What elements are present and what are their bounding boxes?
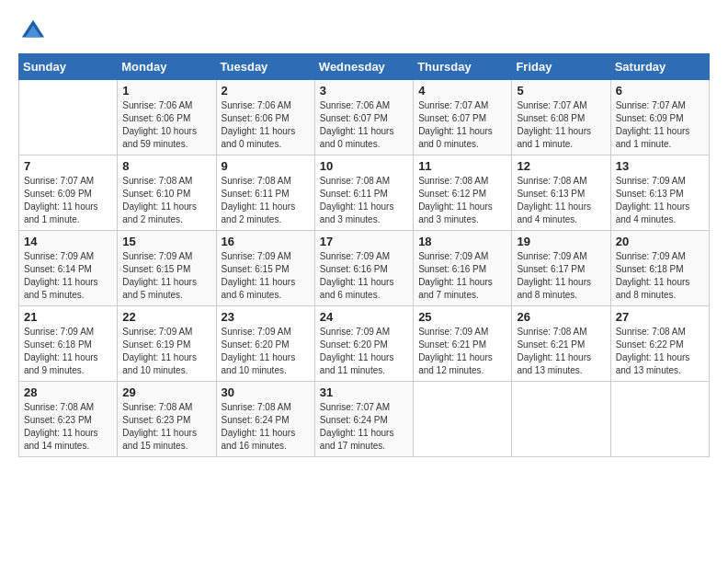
day-number: 20: [616, 235, 704, 248]
cell-text: Sunrise: 7:08 AMSunset: 6:22 PMDaylight:…: [616, 326, 704, 377]
calendar-cell: 17Sunrise: 7:09 AMSunset: 6:16 PMDayligh…: [314, 231, 413, 306]
cell-text: Sunrise: 7:09 AMSunset: 6:16 PMDaylight:…: [418, 250, 506, 302]
calendar-cell: 12Sunrise: 7:08 AMSunset: 6:13 PMDayligh…: [512, 155, 610, 231]
day-number: 17: [320, 235, 408, 248]
day-number: 29: [122, 385, 210, 399]
calendar-table: SundayMondayTuesdayWednesdayThursdayFrid…: [18, 53, 710, 457]
col-header-wednesday: Wednesday: [314, 54, 413, 80]
calendar-cell: 27Sunrise: 7:08 AMSunset: 6:22 PMDayligh…: [610, 306, 709, 382]
calendar-cell: 15Sunrise: 7:09 AMSunset: 6:15 PMDayligh…: [118, 231, 216, 306]
calendar-cell: [414, 382, 512, 457]
day-number: 5: [517, 84, 605, 98]
calendar-cell: [19, 80, 118, 155]
logo-icon: [20, 18, 46, 44]
day-number: 25: [418, 310, 506, 324]
day-number: 12: [517, 159, 605, 173]
calendar-cell: 2Sunrise: 7:06 AMSunset: 6:06 PMDaylight…: [216, 80, 314, 155]
calendar-cell: 23Sunrise: 7:09 AMSunset: 6:20 PMDayligh…: [216, 306, 314, 382]
cell-text: Sunrise: 7:09 AMSunset: 6:15 PMDaylight:…: [122, 250, 210, 302]
calendar-cell: 14Sunrise: 7:09 AMSunset: 6:14 PMDayligh…: [19, 231, 118, 306]
cell-text: Sunrise: 7:08 AMSunset: 6:21 PMDaylight:…: [517, 326, 605, 377]
day-number: 13: [616, 159, 704, 173]
cell-text: Sunrise: 7:08 AMSunset: 6:11 PMDaylight:…: [320, 175, 408, 226]
day-number: 21: [24, 310, 112, 324]
cell-text: Sunrise: 7:09 AMSunset: 6:20 PMDaylight:…: [222, 326, 310, 377]
cell-text: Sunrise: 7:07 AMSunset: 6:09 PMDaylight:…: [616, 99, 704, 151]
calendar-cell: 26Sunrise: 7:08 AMSunset: 6:21 PMDayligh…: [512, 306, 610, 382]
day-number: 24: [320, 310, 408, 324]
col-header-saturday: Saturday: [610, 54, 709, 80]
day-number: 28: [24, 385, 112, 399]
cell-text: Sunrise: 7:09 AMSunset: 6:19 PMDaylight:…: [122, 326, 210, 377]
calendar-cell: 28Sunrise: 7:08 AMSunset: 6:23 PMDayligh…: [19, 382, 118, 457]
cell-text: Sunrise: 7:08 AMSunset: 6:10 PMDaylight:…: [122, 175, 210, 226]
day-number: 10: [320, 159, 408, 173]
day-number: 23: [222, 310, 310, 324]
calendar-cell: 18Sunrise: 7:09 AMSunset: 6:16 PMDayligh…: [414, 231, 512, 306]
day-number: 11: [418, 159, 506, 173]
calendar-week-row: 14Sunrise: 7:09 AMSunset: 6:14 PMDayligh…: [19, 231, 710, 306]
cell-text: Sunrise: 7:09 AMSunset: 6:15 PMDaylight:…: [222, 250, 310, 302]
calendar-cell: 13Sunrise: 7:09 AMSunset: 6:13 PMDayligh…: [610, 155, 709, 231]
calendar-cell: 7Sunrise: 7:07 AMSunset: 6:09 PMDaylight…: [19, 155, 118, 231]
calendar-cell: 3Sunrise: 7:06 AMSunset: 6:07 PMDaylight…: [314, 80, 413, 155]
calendar-cell: 5Sunrise: 7:07 AMSunset: 6:08 PMDaylight…: [512, 80, 610, 155]
calendar-cell: [610, 382, 709, 457]
calendar-cell: 30Sunrise: 7:08 AMSunset: 6:24 PMDayligh…: [216, 382, 314, 457]
day-number: 22: [122, 310, 210, 324]
day-number: 6: [616, 84, 704, 98]
cell-text: Sunrise: 7:07 AMSunset: 6:24 PMDaylight:…: [320, 401, 408, 453]
cell-text: Sunrise: 7:09 AMSunset: 6:14 PMDaylight:…: [24, 250, 112, 302]
calendar-cell: 19Sunrise: 7:09 AMSunset: 6:17 PMDayligh…: [512, 231, 610, 306]
calendar-cell: 20Sunrise: 7:09 AMSunset: 6:18 PMDayligh…: [610, 231, 709, 306]
col-header-sunday: Sunday: [19, 54, 118, 80]
day-number: 1: [122, 84, 210, 98]
day-number: 26: [517, 310, 605, 324]
calendar-cell: 16Sunrise: 7:09 AMSunset: 6:15 PMDayligh…: [216, 231, 314, 306]
day-number: 16: [222, 235, 310, 248]
cell-text: Sunrise: 7:08 AMSunset: 6:23 PMDaylight:…: [122, 401, 210, 453]
calendar-cell: 4Sunrise: 7:07 AMSunset: 6:07 PMDaylight…: [414, 80, 512, 155]
calendar-cell: 8Sunrise: 7:08 AMSunset: 6:10 PMDaylight…: [118, 155, 216, 231]
day-number: 7: [24, 159, 112, 173]
day-number: 3: [320, 84, 408, 98]
cell-text: Sunrise: 7:09 AMSunset: 6:18 PMDaylight:…: [616, 250, 704, 302]
day-number: 15: [122, 235, 210, 248]
day-number: 19: [517, 235, 605, 248]
cell-text: Sunrise: 7:08 AMSunset: 6:13 PMDaylight:…: [517, 175, 605, 226]
calendar-cell: 22Sunrise: 7:09 AMSunset: 6:19 PMDayligh…: [118, 306, 216, 382]
calendar-week-row: 21Sunrise: 7:09 AMSunset: 6:18 PMDayligh…: [19, 306, 710, 382]
cell-text: Sunrise: 7:08 AMSunset: 6:24 PMDaylight:…: [222, 401, 310, 453]
cell-text: Sunrise: 7:09 AMSunset: 6:21 PMDaylight:…: [418, 326, 506, 377]
cell-text: Sunrise: 7:08 AMSunset: 6:11 PMDaylight:…: [222, 175, 310, 226]
day-number: 4: [418, 84, 506, 98]
calendar-cell: 31Sunrise: 7:07 AMSunset: 6:24 PMDayligh…: [314, 382, 413, 457]
calendar-cell: 25Sunrise: 7:09 AMSunset: 6:21 PMDayligh…: [414, 306, 512, 382]
calendar-cell: 29Sunrise: 7:08 AMSunset: 6:23 PMDayligh…: [118, 382, 216, 457]
day-number: 8: [122, 159, 210, 173]
calendar-cell: 6Sunrise: 7:07 AMSunset: 6:09 PMDaylight…: [610, 80, 709, 155]
calendar-week-row: 7Sunrise: 7:07 AMSunset: 6:09 PMDaylight…: [19, 155, 710, 231]
day-number: 18: [418, 235, 506, 248]
col-header-thursday: Thursday: [414, 54, 512, 80]
day-number: 2: [222, 84, 310, 98]
col-header-tuesday: Tuesday: [216, 54, 314, 80]
calendar-cell: 1Sunrise: 7:06 AMSunset: 6:06 PMDaylight…: [118, 80, 216, 155]
calendar-cell: 10Sunrise: 7:08 AMSunset: 6:11 PMDayligh…: [314, 155, 413, 231]
cell-text: Sunrise: 7:09 AMSunset: 6:17 PMDaylight:…: [517, 250, 605, 302]
cell-text: Sunrise: 7:09 AMSunset: 6:18 PMDaylight:…: [24, 326, 112, 377]
cell-text: Sunrise: 7:07 AMSunset: 6:07 PMDaylight:…: [418, 99, 506, 151]
col-header-monday: Monday: [118, 54, 216, 80]
cell-text: Sunrise: 7:09 AMSunset: 6:16 PMDaylight:…: [320, 250, 408, 302]
calendar-cell: 24Sunrise: 7:09 AMSunset: 6:20 PMDayligh…: [314, 306, 413, 382]
day-number: 31: [320, 385, 408, 399]
col-header-friday: Friday: [512, 54, 610, 80]
calendar-header-row: SundayMondayTuesdayWednesdayThursdayFrid…: [19, 54, 710, 80]
day-number: 14: [24, 235, 112, 248]
logo: [18, 18, 46, 44]
cell-text: Sunrise: 7:06 AMSunset: 6:07 PMDaylight:…: [320, 99, 408, 151]
calendar-cell: 21Sunrise: 7:09 AMSunset: 6:18 PMDayligh…: [19, 306, 118, 382]
cell-text: Sunrise: 7:06 AMSunset: 6:06 PMDaylight:…: [122, 99, 210, 151]
calendar-week-row: 1Sunrise: 7:06 AMSunset: 6:06 PMDaylight…: [19, 80, 710, 155]
calendar-cell: [512, 382, 610, 457]
